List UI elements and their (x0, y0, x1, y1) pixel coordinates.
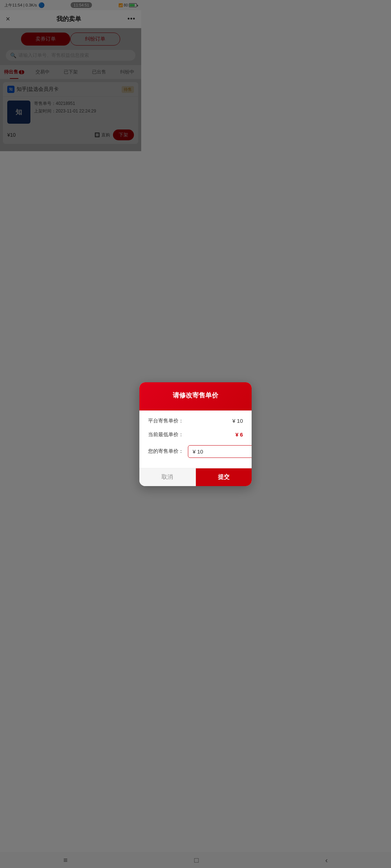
modal-overlay: 请修改寄售单价 平台寄售单价： ¥ 10 当前最低单价： ¥ 6 您的寄售单价：… (0, 0, 141, 313)
